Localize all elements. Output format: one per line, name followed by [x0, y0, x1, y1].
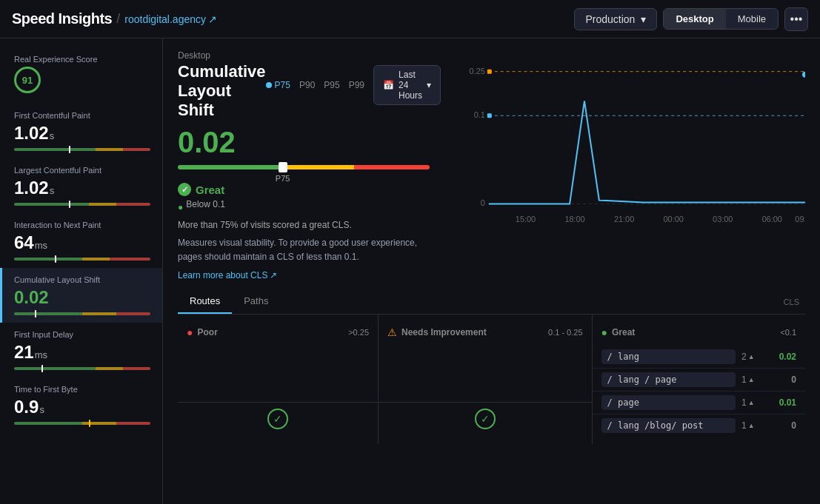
svg-text:0.1: 0.1 [474, 110, 485, 119]
description-text: Measures visual stability. To provide a … [178, 236, 430, 264]
svg-text:06:00: 06:00 [762, 215, 782, 224]
chart-container: 0.25 0.1 0 15:00 18:00 21:00 [467, 56, 805, 234]
svg-text:18:00: 18:00 [564, 215, 584, 224]
lcp-bar [14, 203, 150, 206]
inp-bar [14, 258, 150, 261]
sidebar-item-ttfb[interactable]: Time to First Byte 0.9s [0, 377, 162, 432]
cls-bar [14, 312, 150, 315]
content-panel: Desktop Cumulative Layout Shift P75 P90 … [163, 38, 820, 504]
tab-routes[interactable]: Routes [178, 289, 232, 314]
content-header-left: Desktop Cumulative Layout Shift [178, 50, 266, 120]
cls-column-label: CLS [784, 298, 799, 306]
route-score-lang-page: 0 [770, 374, 796, 385]
header-right: Production ▾ Desktop Mobile ••• [574, 7, 808, 31]
breadcrumb-text: rootdigital.agency [124, 13, 206, 25]
percentile-pills: P75 P90 P95 P99 [266, 80, 364, 90]
routes-section: ● Poor >0.25 ✓ ⚠ Needs Improvement 0.1 -… [178, 315, 805, 444]
tab-paths[interactable]: Paths [232, 289, 280, 314]
svg-text:0.25: 0.25 [470, 67, 485, 75]
sidebar-item-lcp[interactable]: Largest Contentful Paint 1.02s [0, 158, 162, 213]
learn-more-link[interactable]: Learn more about CLS ↗ [178, 270, 440, 280]
external-link-icon-small: ↗ [270, 270, 277, 280]
below-label: ● [178, 202, 183, 212]
svg-point-10 [802, 72, 805, 78]
breadcrumb-slash: / [116, 11, 120, 27]
sidebar-item-cls[interactable]: Cumulative Layout Shift 0.02 [0, 268, 162, 323]
sidebar-item-fid[interactable]: First Input Delay 21ms [0, 323, 162, 377]
visits-text: More than 75% of visits scored a great C… [178, 220, 440, 230]
check-circle-icon: ✓ [178, 183, 191, 196]
inp-value: 64ms [14, 232, 150, 253]
svg-rect-9 [487, 113, 492, 118]
more-options-button[interactable]: ••• [784, 7, 808, 31]
route-score-lang-blog-post: 0 [770, 420, 796, 431]
route-score-page: 0.01 [770, 397, 796, 408]
poor-range: >0.25 [348, 328, 369, 337]
route-row-lang-page[interactable]: / lang / page 1 ▲ 0 [593, 369, 805, 392]
content-header: Desktop Cumulative Layout Shift P75 P90 … [178, 50, 440, 120]
header-left: Speed Insights / rootdigital.agency ↗ [12, 10, 217, 27]
cls-bar-track [178, 165, 430, 169]
needs-improvement-range: 0.1 - 0.25 [548, 328, 582, 337]
date-range-button[interactable]: 📅 Last 24 Hours ▾ [373, 65, 441, 105]
sub-label: Below 0.1 [186, 199, 225, 209]
route-count-lang-page: 1 ▲ [741, 374, 764, 385]
date-range-chevron: ▾ [427, 80, 431, 90]
route-name-lang-page: / lang / page [601, 372, 736, 387]
needs-improvement-header: ⚠ Needs Improvement 0.1 - 0.25 [379, 322, 591, 343]
fid-bar [14, 367, 150, 370]
p99-pill[interactable]: P99 [349, 80, 364, 90]
sidebar-item-inp[interactable]: Interaction to Next Paint 64ms [0, 213, 162, 268]
svg-text:15:00: 15:00 [516, 215, 536, 224]
cls-big-value: 0.02 [178, 126, 440, 159]
needs-improvement-check-row: ✓ [379, 402, 591, 435]
poor-column: ● Poor >0.25 ✓ [178, 315, 379, 444]
poor-title: Poor [197, 327, 217, 337]
ttfb-bar [14, 422, 150, 425]
sidebar-item-fcp[interactable]: First Contentful Paint 1.02s [0, 104, 162, 158]
p90-pill[interactable]: P90 [299, 80, 315, 90]
percentile-and-date: P75 P90 P95 P99 📅 Last 24 Hours ▾ [266, 65, 441, 105]
mobile-button[interactable]: Mobile [726, 9, 778, 29]
cls-progress-bar: P75 [178, 165, 440, 169]
res-title: Real Experience Score [14, 55, 150, 64]
fcp-title: First Contentful Paint [14, 111, 150, 120]
poor-check-row: ✓ [178, 402, 378, 435]
great-range: <0.1 [780, 328, 796, 337]
needs-improvement-check-icon: ✓ [475, 409, 496, 429]
p75-pill[interactable]: P75 [266, 80, 290, 90]
device-toggle: Desktop Mobile [663, 8, 779, 30]
more-icon: ••• [790, 13, 803, 26]
route-count-lang-blog-post: 1 ▲ [741, 420, 764, 431]
fcp-value: 1.02s [14, 123, 150, 144]
great-title: Great [612, 327, 635, 337]
p95-pill[interactable]: P95 [324, 80, 339, 90]
route-row-lang[interactable]: / lang 2 ▲ 0.02 [593, 346, 805, 369]
poor-check-icon: ✓ [267, 409, 288, 429]
route-row-page[interactable]: / page 1 ▲ 0.01 [593, 392, 805, 414]
date-range-label: Last 24 Hours [399, 70, 422, 101]
environment-dropdown[interactable]: Production ▾ [574, 8, 657, 30]
great-header: ● Great <0.1 [593, 322, 805, 343]
svg-text:21:00: 21:00 [614, 215, 634, 224]
p75-bar-label: P75 [276, 174, 290, 183]
route-row-lang-blog-post[interactable]: / lang /blog/ post 1 ▲ 0 [593, 414, 805, 437]
header: Speed Insights / rootdigital.agency ↗ Pr… [0, 0, 820, 38]
poor-icon: ● [187, 326, 193, 338]
great-column: ● Great <0.1 / lang 2 ▲ 0.02 / lang / pa… [593, 315, 805, 444]
status-section: ✓ Great ● Below 0.1 More than 75% of vis… [178, 183, 440, 280]
env-chevron-icon: ▾ [641, 13, 646, 25]
cls-chart: 0.25 0.1 0 15:00 18:00 21:00 [467, 56, 805, 234]
app-title: Speed Insights [12, 10, 112, 27]
route-name-page: / page [601, 395, 736, 410]
metric-heading: Cumulative Layout Shift [178, 62, 266, 120]
route-name-lang-blog-post: / lang /blog/ post [601, 418, 736, 433]
learn-link-text: Learn more about CLS [178, 270, 267, 280]
res-score-circle: 91 [14, 67, 41, 93]
sidebar-item-res[interactable]: Real Experience Score 91 [0, 47, 162, 104]
needs-improvement-title: Needs Improvement [401, 327, 487, 337]
breadcrumb-link[interactable]: rootdigital.agency ↗ [124, 13, 217, 25]
needs-improvement-column: ⚠ Needs Improvement 0.1 - 0.25 ✓ [379, 315, 592, 444]
calendar-icon: 📅 [383, 80, 394, 90]
desktop-button[interactable]: Desktop [664, 9, 725, 29]
